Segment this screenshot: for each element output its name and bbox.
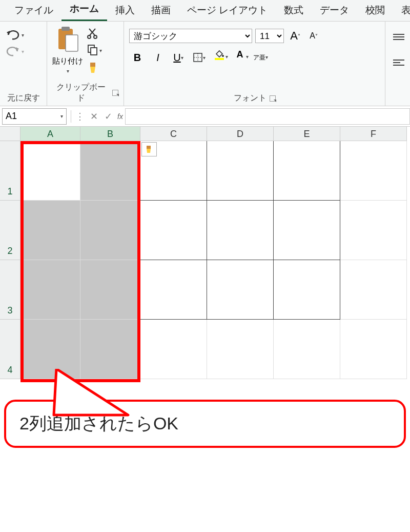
- paintbrush-icon: [87, 62, 98, 75]
- chevron-down-icon: ▾: [67, 68, 69, 74]
- formula-bar: A1▾ ⋮ ✕ ✓ fx: [0, 106, 410, 127]
- chevron-down-icon: ▾: [22, 49, 24, 54]
- tab-formulas[interactable]: 数式: [276, 0, 312, 21]
- tab-page-layout[interactable]: ページ レイアウト: [179, 0, 276, 21]
- font-name-select[interactable]: 游ゴシック: [129, 29, 252, 43]
- cell-F3[interactable]: [340, 260, 407, 320]
- column-header-B[interactable]: B: [80, 127, 140, 141]
- column-header-F[interactable]: F: [340, 127, 407, 141]
- font-color-button[interactable]: A ▾: [232, 49, 248, 66]
- ribbon-tabs: ファイル ホーム 挿入 描画 ページ レイアウト 数式 データ 校閲 表: [0, 0, 410, 22]
- svg-point-4: [94, 35, 97, 38]
- tab-insert[interactable]: 挿入: [107, 0, 143, 21]
- tab-file[interactable]: ファイル: [6, 0, 61, 21]
- borders-icon: [193, 52, 203, 63]
- group-label-font: フォント: [234, 93, 266, 104]
- copy-button[interactable]: ▾: [87, 44, 102, 56]
- column-header-C[interactable]: C: [140, 127, 207, 141]
- svg-rect-12: [147, 146, 151, 149]
- insert-options-button[interactable]: [141, 142, 157, 156]
- align-top-button[interactable]: [391, 29, 407, 45]
- tab-home[interactable]: ホーム: [61, 0, 107, 21]
- increase-font-size-button[interactable]: A˄: [287, 28, 303, 44]
- decrease-font-size-button[interactable]: A˅: [305, 28, 322, 44]
- cell-A1[interactable]: [20, 141, 80, 201]
- cancel-formula-button[interactable]: ✕: [87, 109, 101, 124]
- cell-E4[interactable]: [274, 320, 340, 379]
- tab-view-partial[interactable]: 表: [393, 0, 410, 21]
- tab-review[interactable]: 校閲: [357, 0, 393, 21]
- cell-F2[interactable]: [340, 201, 407, 260]
- column-header-D[interactable]: D: [207, 127, 274, 141]
- cell-D1[interactable]: [207, 141, 274, 201]
- fill-color-button[interactable]: ▾: [211, 49, 228, 66]
- svg-rect-2: [66, 35, 78, 51]
- scissors-icon: [87, 27, 98, 39]
- svg-rect-7: [90, 63, 95, 67]
- copy-icon: [87, 44, 98, 56]
- row-header-4[interactable]: 4: [0, 320, 20, 379]
- group-label-undo: 元に戻す: [5, 91, 42, 105]
- underline-button[interactable]: U▾: [170, 49, 187, 66]
- cell-F1[interactable]: [340, 141, 407, 201]
- dialog-launcher-clipboard[interactable]: [112, 90, 118, 96]
- row-header-3[interactable]: 3: [0, 260, 20, 320]
- tab-data[interactable]: データ: [312, 0, 357, 21]
- paintbrush-icon: [145, 145, 154, 154]
- chevron-down-icon: ▾: [22, 32, 24, 38]
- row-header-1[interactable]: 1: [0, 141, 20, 201]
- cell-D2[interactable]: [207, 201, 274, 260]
- cell-A3[interactable]: [20, 260, 80, 320]
- column-header-A[interactable]: A: [20, 127, 80, 141]
- ribbon: ▾ ▾ 元に戻す 貼り付け: [0, 22, 410, 106]
- callout-pointer-icon: [51, 369, 133, 425]
- font-size-select[interactable]: 11: [255, 29, 284, 43]
- cell-B2[interactable]: [80, 201, 140, 260]
- cell-B1[interactable]: [80, 141, 140, 201]
- cut-button[interactable]: [87, 27, 102, 39]
- annotation-callout: 2列追加されたらOK: [0, 400, 410, 448]
- cell-E3[interactable]: [274, 260, 340, 320]
- clipboard-icon: [55, 25, 80, 54]
- group-label-clipboard: クリップボード: [52, 82, 109, 104]
- row-header-2[interactable]: 2: [0, 201, 20, 260]
- chevron-down-icon: ▾: [99, 48, 102, 53]
- select-all-corner[interactable]: [0, 127, 20, 141]
- formula-input[interactable]: [125, 108, 410, 125]
- cell-B3[interactable]: [80, 260, 140, 320]
- paste-button[interactable]: 貼り付け ▾: [52, 25, 83, 74]
- enter-formula-button[interactable]: ✓: [101, 109, 115, 124]
- svg-point-3: [88, 35, 91, 38]
- cell-E2[interactable]: [274, 201, 340, 260]
- cell-D4[interactable]: [207, 320, 274, 379]
- paint-bucket-icon: [214, 50, 224, 58]
- format-painter-button[interactable]: [87, 62, 102, 75]
- cell-D3[interactable]: [207, 260, 274, 320]
- italic-button[interactable]: I: [150, 49, 166, 66]
- svg-point-11: [222, 55, 224, 57]
- column-header-E[interactable]: E: [274, 127, 340, 141]
- name-box[interactable]: A1▾: [2, 108, 67, 125]
- spreadsheet-grid: A B C D E F 1 2 3: [0, 127, 410, 379]
- tab-draw[interactable]: 描画: [143, 0, 179, 21]
- bold-button[interactable]: B: [129, 49, 146, 66]
- cell-C4[interactable]: [140, 320, 207, 379]
- paste-label: 貼り付け: [52, 56, 83, 66]
- dialog-launcher-font[interactable]: [270, 95, 276, 102]
- cell-C2[interactable]: [140, 201, 207, 260]
- cell-A2[interactable]: [20, 201, 80, 260]
- svg-rect-1: [61, 27, 70, 31]
- cell-E1[interactable]: [274, 141, 340, 201]
- redo-button[interactable]: ▾: [5, 45, 24, 57]
- cell-C3[interactable]: [140, 260, 207, 320]
- borders-button[interactable]: ▾: [191, 49, 207, 66]
- phonetic-guide-button[interactable]: ア亜▾: [252, 49, 269, 66]
- undo-button[interactable]: ▾: [5, 29, 24, 41]
- svg-rect-6: [91, 48, 97, 55]
- fx-label[interactable]: fx: [117, 112, 123, 121]
- align-left-button[interactable]: [391, 54, 407, 71]
- cell-F4[interactable]: [340, 320, 407, 379]
